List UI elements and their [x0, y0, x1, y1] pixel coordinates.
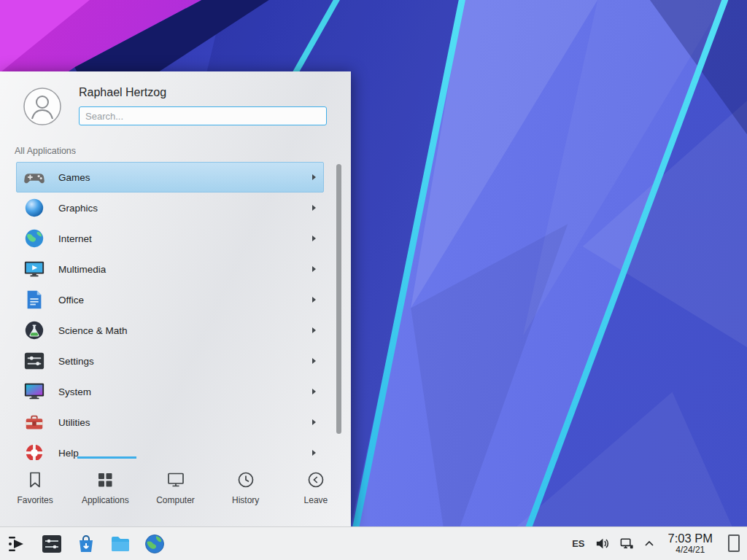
system-tray: ES 7:03 PM [572, 532, 747, 556]
tab-label: Favorites [17, 495, 53, 505]
start-menu-icon [7, 533, 28, 555]
menu-item-office[interactable]: Office [16, 284, 324, 315]
history-clock-icon [236, 470, 255, 489]
menu-item-utilities[interactable]: Utilities [16, 407, 324, 438]
expand-tray-arrow-icon[interactable] [644, 540, 654, 547]
taskbar-launchers [0, 533, 166, 555]
user-name: Raphael Hertzog [79, 86, 166, 99]
menu-item-system[interactable]: System [16, 376, 324, 407]
menu-item-label: Office [58, 295, 312, 306]
show-desktop-button[interactable] [728, 534, 740, 552]
section-label: All Applications [15, 146, 76, 156]
menu-item-graphics[interactable]: Graphics [16, 192, 324, 223]
folder-icon[interactable] [109, 533, 131, 555]
menu-item-label: Multimedia [58, 264, 312, 275]
clock-time: 7:03 PM [668, 532, 713, 545]
clock-date: 4/24/21 [668, 545, 713, 556]
app-grid-icon [96, 470, 115, 489]
application-category-list: Games Graphics [0, 162, 351, 460]
submenu-arrow-icon [312, 450, 316, 456]
terminal-icon[interactable] [41, 533, 63, 555]
submenu-arrow-icon [312, 266, 316, 272]
application-launcher-popup: Raphael Hertzog All Applications Games [0, 71, 351, 526]
gamepad-icon [23, 166, 45, 188]
menu-item-science-math[interactable]: Science & Math [16, 315, 324, 346]
menu-item-label: Games [58, 172, 312, 183]
computer-icon [166, 470, 185, 489]
tab-label: Leave [304, 495, 328, 505]
tab-label: History [232, 495, 259, 505]
tab-favorites[interactable]: Favorites [0, 460, 70, 526]
menu-item-multimedia[interactable]: Multimedia [16, 254, 324, 284]
multimedia-monitor-icon [23, 258, 45, 280]
app-launcher-button[interactable] [7, 533, 28, 555]
submenu-arrow-icon [312, 389, 316, 394]
list-scrollbar[interactable] [336, 164, 341, 434]
office-document-icon [23, 289, 45, 311]
bookmark-icon [26, 470, 44, 489]
leave-icon [306, 470, 325, 489]
system-monitor-icon [23, 381, 45, 402]
user-avatar[interactable] [23, 88, 61, 125]
submenu-arrow-icon [312, 327, 316, 333]
help-lifering-icon [23, 442, 45, 460]
toolbox-icon [23, 411, 45, 433]
web-browser-icon[interactable] [144, 533, 166, 555]
submenu-arrow-icon [312, 297, 316, 303]
submenu-arrow-icon [312, 358, 316, 364]
volume-icon[interactable] [595, 536, 610, 551]
tab-applications[interactable]: Applications [70, 460, 140, 526]
menu-item-label: Settings [58, 356, 312, 367]
menu-item-settings[interactable]: Settings [16, 346, 324, 376]
active-tab-indicator [77, 456, 136, 459]
search-input[interactable] [79, 106, 327, 125]
discover-icon[interactable] [75, 533, 97, 555]
graphics-orb-icon [23, 197, 45, 219]
tab-history[interactable]: History [211, 460, 281, 526]
globe-icon [23, 228, 45, 249]
tab-label: Applications [82, 495, 129, 505]
settings-sliders-icon [23, 350, 45, 372]
keyboard-layout-indicator[interactable]: ES [572, 538, 584, 549]
menu-item-label: Utilities [58, 417, 312, 428]
menu-item-help[interactable]: Help [16, 438, 324, 460]
launcher-tab-bar: Favorites Applications [0, 460, 351, 526]
digital-clock[interactable]: 7:03 PM 4/24/21 [668, 532, 713, 556]
menu-item-label: Internet [58, 233, 312, 244]
tab-label: Computer [156, 495, 195, 505]
submenu-arrow-icon [312, 174, 316, 180]
tab-leave[interactable]: Leave [281, 460, 351, 526]
desktop: Raphael Hertzog All Applications Games [0, 0, 747, 560]
network-icon[interactable] [619, 536, 635, 551]
menu-item-label: Science & Math [58, 325, 312, 336]
submenu-arrow-icon [312, 236, 316, 241]
submenu-arrow-icon [312, 205, 316, 211]
tab-computer[interactable]: Computer [140, 460, 210, 526]
taskbar: ES 7:03 PM [0, 526, 747, 560]
menu-item-games[interactable]: Games [16, 162, 324, 192]
menu-item-internet[interactable]: Internet [16, 223, 324, 254]
menu-item-label: Graphics [58, 203, 312, 214]
science-flask-icon [23, 319, 45, 341]
menu-item-label: System [58, 386, 312, 397]
submenu-arrow-icon [312, 419, 316, 425]
